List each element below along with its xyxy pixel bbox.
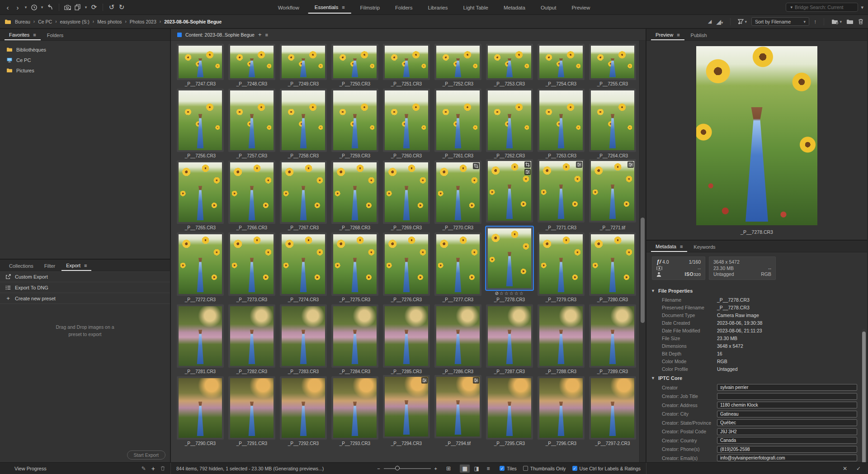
- breadcrumb-item-bureau[interactable]: Bureau: [15, 19, 30, 24]
- thumbnail-card[interactable]: [331, 232, 378, 296]
- thumbnail-card[interactable]: [589, 159, 636, 223]
- refresh-icon[interactable]: ⟳: [90, 2, 98, 12]
- iptc-input-creator-phone-s[interactable]: (819)205-2598: [717, 446, 857, 453]
- thumbnail-item[interactable]: _P__7256.CR3: [175, 87, 226, 158]
- sort-ascending-icon[interactable]: ↑: [814, 18, 817, 25]
- workspace-tab-filmstrip[interactable]: Filmstrip: [354, 1, 386, 13]
- thumbnail-size-slider[interactable]: [384, 468, 431, 469]
- thumbnail-item[interactable]: _P__7250.CR3: [329, 43, 381, 86]
- thumbnail-item[interactable]: _P__7259.CR3: [329, 87, 381, 158]
- rotate-ccw-icon[interactable]: ↺: [108, 2, 116, 12]
- thumbnail-card[interactable]: [383, 375, 430, 438]
- thumbnail-card[interactable]: [383, 89, 430, 152]
- thumbnail-item[interactable]: _P__7289.CR3: [587, 303, 638, 374]
- thumbnail-item[interactable]: _P__7272.CR3: [175, 231, 226, 302]
- thumbnail-item[interactable]: _P__7287.CR3: [484, 303, 535, 374]
- thumbnail-card[interactable]: [228, 232, 275, 296]
- checkbox-box-icon[interactable]: [572, 466, 577, 471]
- left-tab-filter[interactable]: Filter: [40, 261, 60, 270]
- recent-history-icon[interactable]: [30, 2, 38, 12]
- thumbnail-card[interactable]: [434, 161, 481, 224]
- favorites-tab-folders[interactable]: Folders: [42, 30, 68, 40]
- panel-menu-icon[interactable]: ≡: [33, 32, 36, 38]
- breadcrumb-item-2023-08-06-sophie-begue[interactable]: 2023-08-06-Sophie Begue: [164, 19, 222, 24]
- start-export-button[interactable]: Start Export: [127, 450, 165, 460]
- search-menu-chevron-icon[interactable]: ▾: [861, 5, 863, 10]
- thumbnail-card[interactable]: [383, 44, 430, 80]
- export-preset-create-new-preset[interactable]: +Create new preset: [0, 293, 170, 304]
- favorites-tab-favorites[interactable]: Favorites≡: [5, 29, 41, 40]
- thumbnail-item[interactable]: _P__7277.CR3: [432, 231, 484, 302]
- thumbnail-card[interactable]: [486, 44, 533, 80]
- zoom-in-icon[interactable]: +: [434, 466, 437, 471]
- thumbnail-item[interactable]: _P__7274.CR3: [278, 231, 329, 302]
- thumbnail-card[interactable]: [280, 376, 327, 440]
- iptc-input-creator-address[interactable]: 1180 chemin Klock: [717, 402, 857, 408]
- list-view-icon[interactable]: ≡: [483, 465, 493, 473]
- thumbnail-item[interactable]: _P__7263.CR3: [535, 87, 587, 158]
- thumbnail-card[interactable]: [177, 304, 224, 368]
- thumbnail-item[interactable]: _P__7293.CR3: [329, 375, 381, 446]
- thumbnail-card[interactable]: [331, 376, 378, 440]
- return-to-app-icon[interactable]: [46, 2, 54, 12]
- content-scrollbar-thumb[interactable]: [641, 218, 645, 323]
- thumbnail-card[interactable]: [177, 44, 224, 80]
- copy-items-chevron-icon[interactable]: ▾: [84, 2, 88, 12]
- iptc-input-creator-state-province[interactable]: Québec: [717, 419, 857, 426]
- thumbnail-item[interactable]: _P__7292.CR3: [278, 375, 329, 446]
- file-properties-section-header[interactable]: ▼ File Properties: [646, 285, 867, 296]
- thumbnail-item[interactable]: _P__7279.CR3: [535, 231, 587, 302]
- workspace-menu-icon[interactable]: ≡: [342, 5, 344, 10]
- copy-items-icon[interactable]: [74, 2, 82, 12]
- thumbnail-card[interactable]: [434, 232, 481, 296]
- thumbnail-card[interactable]: [538, 376, 585, 440]
- thumbnail-card[interactable]: [589, 232, 636, 296]
- thumbnail-item[interactable]: _P__7268.CR3: [329, 159, 381, 230]
- workspace-tab-essentials[interactable]: Essentials≡: [308, 1, 351, 14]
- collapse-chevron-icon[interactable]: ▼: [651, 289, 655, 293]
- thumbnail-item[interactable]: _P__7295.CR3: [484, 375, 535, 446]
- thumbnail-card[interactable]: [280, 232, 327, 296]
- recent-history-chevron-icon[interactable]: ▾: [40, 2, 44, 12]
- thumbnail-item[interactable]: _P__7270.CR3: [432, 159, 484, 230]
- checkbox-thumbnails-only[interactable]: Thumbnails Only: [523, 466, 566, 471]
- thumbnail-card[interactable]: [486, 159, 533, 223]
- search-input[interactable]: [794, 4, 857, 10]
- thumbnail-item[interactable]: _P__7254.CR3: [535, 43, 587, 86]
- thumbnail-item[interactable]: _P__7282.CR3: [226, 303, 278, 374]
- thumbnail-card[interactable]: [280, 89, 327, 152]
- thumbnail-item[interactable]: _P__7280.CR3: [587, 231, 638, 302]
- breadcrumb-item-photos-2023[interactable]: Photos 2023: [130, 19, 156, 24]
- collapse-chevron-icon[interactable]: ▼: [651, 376, 655, 380]
- thumbnail-item[interactable]: _P__7248.CR3: [226, 43, 278, 86]
- rating-stars[interactable]: ⊘☆☆☆☆☆: [495, 291, 524, 296]
- thumbnail-card[interactable]: [486, 376, 533, 440]
- export-preset-custom-export[interactable]: Custom Export: [0, 271, 170, 282]
- thumbnail-item[interactable]: _P__7255.CR3: [587, 43, 638, 86]
- thumbnail-item[interactable]: _P__7285.CR3: [381, 303, 432, 374]
- workspace-tab-workflow[interactable]: Workflow: [272, 1, 306, 13]
- metadata-tab-keywords[interactable]: Keywords: [689, 242, 720, 251]
- thumbnail-card[interactable]: [228, 89, 275, 152]
- metadata-scrollbar[interactable]: [862, 329, 866, 462]
- thumbnail-card[interactable]: [331, 304, 378, 368]
- thumbnail-item[interactable]: _P__7267.CR3: [278, 159, 329, 230]
- thumbnail-card[interactable]: [538, 159, 585, 223]
- cancel-metadata-icon[interactable]: ✕: [843, 465, 847, 472]
- forward-icon[interactable]: ›: [14, 2, 22, 12]
- details-view-icon[interactable]: ◨: [472, 465, 481, 473]
- thumbnail-card[interactable]: [177, 89, 224, 152]
- panel-menu-icon[interactable]: ≡: [680, 244, 683, 249]
- thumbnail-card[interactable]: [538, 89, 585, 152]
- iptc-input-creator-city[interactable]: Gatineau: [717, 411, 857, 417]
- thumbnail-item[interactable]: _P__7265.CR3: [175, 159, 226, 230]
- thumbnail-item[interactable]: _P__7273.CR3: [226, 231, 278, 302]
- thumbnail-card[interactable]: [589, 376, 636, 440]
- thumbnail-card[interactable]: [589, 89, 636, 152]
- thumbnail-card[interactable]: [434, 375, 481, 438]
- sort-dropdown[interactable]: Sort by Filename ▾: [751, 17, 809, 26]
- workspace-tab-preview[interactable]: Preview: [565, 1, 596, 13]
- thumbnail-item[interactable]: _P__7284.CR3: [329, 303, 381, 374]
- thumbnail-item[interactable]: _P__7252.CR3: [432, 43, 484, 86]
- breadcrumb-item-easystore-s[interactable]: easystore (S:): [60, 19, 89, 24]
